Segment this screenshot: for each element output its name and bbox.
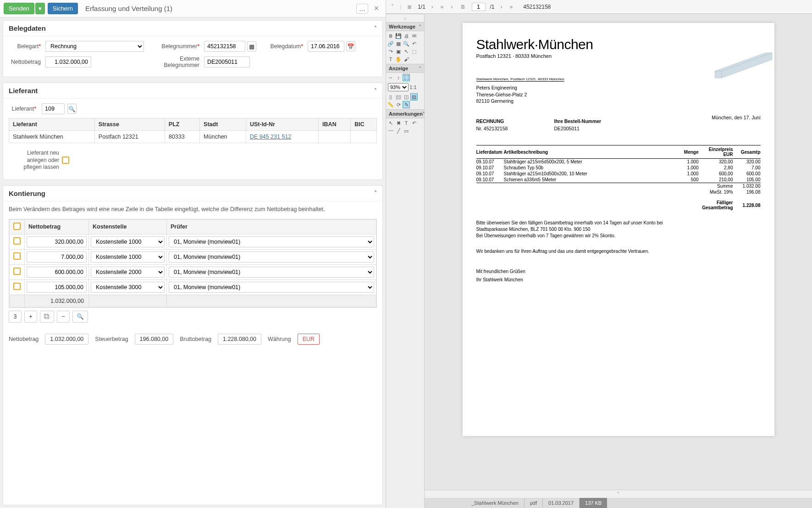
externe-input[interactable] <box>204 56 250 67</box>
section-lieferant-header[interactable]: Lieferant ˄ <box>3 83 382 99</box>
send-button[interactable]: Senden <box>4 3 34 14</box>
crop-icon[interactable]: ▣ <box>395 48 402 55</box>
highlight-icon[interactable]: ▨ <box>410 93 418 100</box>
belegdatum-input[interactable] <box>308 41 344 52</box>
arrow-icon[interactable]: ↖ <box>387 119 394 127</box>
text-select-icon[interactable]: T <box>387 56 394 63</box>
lieferant-input[interactable] <box>42 103 65 114</box>
panel-werkzeuge[interactable]: Werkzeuge˄ <box>386 22 424 31</box>
select-icon[interactable]: ⬚ <box>410 48 418 55</box>
zoom-icon[interactable]: 🔍 <box>403 40 410 47</box>
freehand-icon[interactable]: 〰 <box>387 127 394 134</box>
nav-up-icon[interactable]: ˄ <box>390 4 395 10</box>
refresh-icon[interactable]: ⟳ <box>395 101 402 108</box>
document-canvas[interactable]: Stahlwerk·München Postfach 12321 · 80333… <box>425 14 812 508</box>
belegart-select[interactable]: Rechnung <box>45 41 144 52</box>
sum-cell: 1.032.000,00 <box>25 295 89 307</box>
close-button[interactable]: × <box>371 3 382 14</box>
row-checkbox[interactable] <box>13 268 21 275</box>
row-checkbox[interactable] <box>13 237 21 245</box>
print-icon[interactable]: 🖨 <box>403 32 410 39</box>
more-menu-button[interactable]: … <box>356 4 368 14</box>
open-icon[interactable]: 🗎 <box>387 32 394 39</box>
collapse-down-icon[interactable]: ˅ <box>425 490 812 498</box>
waehrung-label: Währung <box>268 336 291 342</box>
stack-next-icon[interactable]: › <box>430 4 435 10</box>
rotate-right-icon[interactable]: ↷ <box>387 48 394 55</box>
clear-icon[interactable]: ✖ <box>395 119 402 127</box>
new-supplier-label: Lieferant neu anlegen oder pflegen lasse… <box>9 150 59 171</box>
remove-row-button[interactable]: − <box>57 311 70 323</box>
rect-icon[interactable]: ▭ <box>403 127 410 134</box>
row-checkbox[interactable] <box>13 252 21 260</box>
undo-annot-icon[interactable]: ↶ <box>410 119 418 127</box>
chevron-up-icon: ˄ <box>374 88 377 94</box>
pointer-icon[interactable]: ↖ <box>403 48 410 55</box>
page-last-icon[interactable]: » <box>508 4 514 10</box>
edit-icon[interactable]: ✎ <box>403 101 410 108</box>
stack-icon[interactable]: ≣ <box>406 4 413 10</box>
th-bic: BIC <box>351 118 377 131</box>
brush-icon[interactable]: 🖌 <box>403 56 410 63</box>
amount-input[interactable] <box>27 282 87 293</box>
page-icon: 🗎 <box>459 4 467 10</box>
pruefer-select[interactable]: 01, Monview (monview01) <box>169 251 374 262</box>
copy-row-button[interactable]: ⿻ <box>40 311 54 323</box>
section-belegdaten-header[interactable]: Belegdaten ˄ <box>3 21 382 36</box>
waehrung-value[interactable]: EUR <box>298 334 320 345</box>
text-annot-icon[interactable]: T <box>403 119 410 127</box>
pruefer-select[interactable]: 01, Monview (monview01) <box>169 282 374 293</box>
grid-icon[interactable]: ▦ <box>395 40 402 47</box>
amount-input[interactable] <box>27 267 87 278</box>
zoom-select[interactable]: 93% <box>388 83 409 91</box>
ruler-icon[interactable]: 📏 <box>387 101 394 108</box>
zoom-1to1-icon[interactable]: 1:1 <box>409 84 417 91</box>
amount-input[interactable] <box>27 236 87 247</box>
page-first-icon[interactable]: « <box>439 4 445 10</box>
fit-height-icon[interactable]: ↕ <box>395 74 402 81</box>
belegnummer-input[interactable] <box>204 41 245 52</box>
cell-ustid-link[interactable]: DE 945 231 512 <box>250 134 291 140</box>
line-icon[interactable]: ╱ <box>395 127 402 134</box>
doc-address: Peters Engineering Therese-Giehse-Platz … <box>476 84 761 105</box>
page-input[interactable] <box>472 3 486 11</box>
rotate-left-icon[interactable]: ↶ <box>410 40 418 47</box>
panel-anmerkungen[interactable]: Anmerkungen˄ <box>386 109 424 118</box>
nettobetrag-input[interactable] <box>45 56 91 67</box>
single-page-icon[interactable]: ▯ <box>387 93 394 100</box>
calendar-icon[interactable]: 📅 <box>346 41 355 51</box>
cont-page-icon[interactable]: ▯▯ <box>395 93 402 100</box>
mail-icon[interactable]: ✉ <box>410 32 418 39</box>
save-button[interactable]: Sichern <box>48 3 78 14</box>
new-supplier-checkbox[interactable] <box>62 156 69 164</box>
status-filetype: pdf <box>525 498 543 508</box>
kostenstelle-select[interactable]: Kostenstelle 1000 <box>91 251 165 262</box>
kostenstelle-select[interactable]: Kostenstelle 1000 <box>91 236 165 247</box>
add-row-button[interactable]: + <box>24 311 37 323</box>
save-icon[interactable]: 💾 <box>395 32 402 39</box>
link-icon[interactable]: 🔗 <box>387 40 394 47</box>
page-next-icon[interactable]: › <box>499 4 504 10</box>
fit-width-icon[interactable]: ↔ <box>387 74 394 81</box>
section-kontierung-header[interactable]: Kontierung ˄ <box>3 186 382 201</box>
send-dropdown[interactable]: ▾ <box>35 3 45 14</box>
number-picker-icon[interactable]: ▦ <box>247 41 256 51</box>
two-page-icon[interactable]: ◫ <box>403 93 410 100</box>
pruefer-select[interactable]: 01, Monview (monview01) <box>169 236 374 247</box>
fit-page-icon[interactable]: ⛶ <box>403 74 410 81</box>
kostenstelle-select[interactable]: Kostenstelle 3000 <box>91 282 165 293</box>
select-all-checkbox[interactable] <box>13 223 21 230</box>
table-row[interactable]: Stahlwerk München Postfach 12321 80333 M… <box>9 131 377 143</box>
kostenstelle-select[interactable]: Kostenstelle 2000 <box>91 267 165 278</box>
amount-input[interactable] <box>27 251 87 262</box>
doc-bestell-label: Ihre Bestell-Nummer <box>554 118 602 124</box>
row-checkbox[interactable] <box>13 283 21 290</box>
collapse-left-icon[interactable]: ‹ <box>386 14 424 22</box>
search-row-button[interactable]: 🔍 <box>72 311 88 323</box>
pruefer-select[interactable]: 01, Monview (monview01) <box>169 267 374 278</box>
doc-rechnung-label: RECHNUNG <box>476 118 554 124</box>
page-prev-icon[interactable]: ‹ <box>450 4 454 10</box>
hand-icon[interactable]: ✋ <box>395 56 402 63</box>
panel-anzeige[interactable]: Anzeige˄ <box>386 64 424 73</box>
search-icon[interactable]: 🔍 <box>67 104 77 114</box>
